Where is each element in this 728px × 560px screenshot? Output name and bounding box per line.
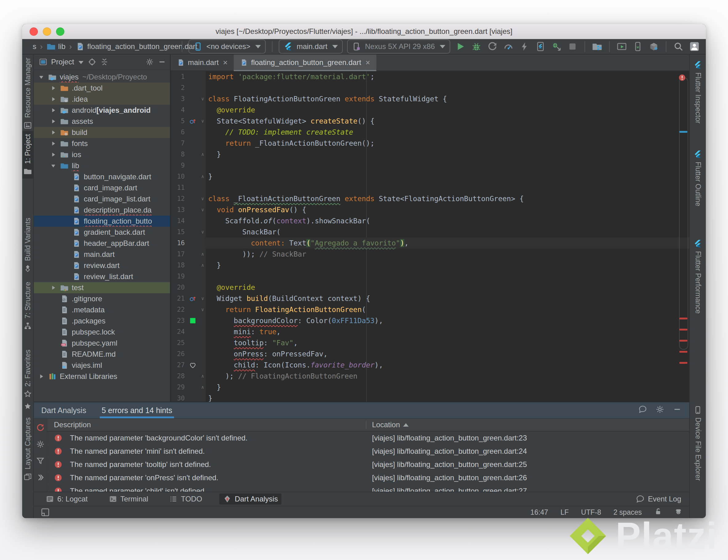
tree-item[interactable]: YMLpubspec.yaml — [34, 338, 170, 349]
code-line[interactable]: 4 @override — [171, 104, 689, 116]
run-button[interactable] — [454, 41, 466, 52]
error-stripe-mark[interactable] — [679, 329, 687, 331]
profile-button[interactable] — [486, 41, 498, 52]
stripe-item-7-structure[interactable]: 7: Structure — [22, 279, 33, 333]
code-line[interactable]: 21∨ Widget build(BuildContext context) { — [171, 293, 689, 304]
target-device-selector[interactable]: Nexus 5X API 29 x86 — [347, 39, 450, 54]
fold-marker[interactable]: ∧ — [200, 149, 206, 160]
minimize-window-button[interactable] — [43, 27, 51, 36]
toolwindow-tab-6-logcat[interactable]: 6: Logcat — [42, 493, 92, 505]
code-line[interactable]: 11 — [171, 182, 689, 193]
analysis-row[interactable]: The named parameter 'tooltip' isn't defi… — [47, 458, 689, 471]
code-line[interactable]: 28∧ ); // FloatingActionButtonGreen — [171, 371, 689, 382]
error-stripe-mark[interactable] — [679, 318, 687, 319]
sync-project-button[interactable] — [591, 41, 603, 52]
fold-marker[interactable]: ∨ — [200, 293, 206, 304]
code-line[interactable]: 29∧ } — [171, 382, 689, 393]
analysis-errors-tab[interactable]: 5 errors and 14 hints — [100, 402, 174, 418]
tree-item[interactable]: .dart_tool — [34, 83, 170, 94]
toolwindow-tab-event-log[interactable]: Event Log — [636, 494, 681, 504]
tree-item[interactable]: .packages — [34, 315, 170, 327]
code-line[interactable]: 5∨ State<StatefulWidget> createState() { — [171, 116, 689, 127]
analysis-bubble-button[interactable] — [638, 405, 647, 416]
analysis-row[interactable]: The named parameter 'backgroundColor' is… — [47, 432, 689, 445]
toolwindow-toggle-icon[interactable] — [41, 508, 50, 517]
tree-arrow[interactable] — [50, 150, 60, 159]
gutter-mark[interactable] — [186, 359, 200, 371]
caret-position[interactable]: 16:47 — [530, 508, 548, 517]
code-line[interactable]: 24 mini: true, — [171, 326, 689, 337]
search-everywhere-button[interactable] — [673, 41, 684, 52]
locate-file-button[interactable] — [88, 58, 96, 66]
panel-settings-button[interactable] — [145, 58, 154, 66]
stripe-item-star[interactable] — [22, 399, 33, 414]
fold-marker[interactable]: ∧ — [200, 249, 206, 260]
tree-arrow[interactable] — [50, 84, 60, 92]
tree-arrow[interactable] — [38, 372, 48, 381]
error-stripe-mark[interactable] — [679, 362, 687, 364]
stripe-item-layout-captures[interactable]: Layout Captures — [22, 414, 33, 484]
hide-panel-button[interactable] — [158, 58, 166, 66]
flutter-hot-reload-button[interactable] — [535, 41, 546, 52]
tree-item[interactable]: header_appBar.dart — [34, 238, 170, 249]
fold-marker[interactable]: ∨ — [200, 304, 206, 315]
zoom-window-button[interactable] — [56, 27, 64, 36]
fold-marker[interactable]: ∧ — [200, 171, 206, 182]
close-tab-icon[interactable]: × — [365, 58, 370, 67]
stripe-item-flutter-performance[interactable]: Flutter Performance — [690, 236, 706, 317]
todo-stripe-mark[interactable] — [679, 131, 687, 133]
analysis-row[interactable]: The named parameter 'mini' isn't defined… — [47, 445, 689, 458]
close-window-button[interactable] — [30, 27, 38, 36]
tree-item[interactable]: assets — [34, 116, 170, 127]
tree-item[interactable]: External Libraries — [34, 371, 170, 382]
tree-item[interactable]: pubspec.lock — [34, 327, 170, 338]
analysis-filter-button[interactable] — [36, 456, 45, 467]
tree-item[interactable]: test — [34, 282, 170, 293]
code-area[interactable]: 1import 'package:flutter/material.dart';… — [171, 71, 689, 402]
stripe-item-device-file-explorer[interactable]: Device File Explorer — [690, 403, 706, 484]
tree-item[interactable]: card_image.dart — [34, 182, 170, 193]
editor-tab[interactable]: floating_action_button_green.dart× — [234, 55, 376, 71]
code-line[interactable]: 3∨class FloatingActionButtonGreen extend… — [171, 93, 689, 104]
file-errors-indicator[interactable] — [678, 74, 686, 83]
fold-marker[interactable]: ∧ — [200, 371, 206, 382]
code-line[interactable]: 25 tooltip: "Fav", — [171, 337, 689, 348]
fold-marker[interactable]: ∨ — [200, 93, 206, 104]
gutter-mark[interactable] — [186, 315, 200, 326]
tree-arrow[interactable] — [50, 106, 60, 115]
analysis-refresh-red-button[interactable] — [36, 423, 45, 433]
sdk-manager-button[interactable] — [648, 41, 660, 52]
tree-item[interactable]: .gitignore — [34, 293, 170, 304]
analysis-chevrons-button[interactable] — [36, 473, 45, 483]
tree-arrow[interactable] — [50, 95, 60, 103]
fold-marker[interactable]: ∧ — [200, 260, 206, 271]
tree-item[interactable]: .metadata — [34, 304, 170, 315]
code-line[interactable]: 7 return _FloatinActionButtonGreen(); — [171, 138, 689, 149]
avd-manager-button[interactable] — [616, 41, 628, 52]
stripe-item-flutter-outline[interactable]: Flutter Outline — [690, 147, 706, 209]
breadcrumb-item[interactable]: s — [33, 42, 36, 51]
error-stripe-mark[interactable] — [679, 351, 687, 353]
tree-item[interactable]: viajes~/Desktop/Proyecto — [34, 71, 170, 83]
code-line[interactable]: 14 Scaffold.of(context).showSnackBar( — [171, 215, 689, 226]
code-line[interactable]: 6 // TODO: implement createState — [171, 127, 689, 138]
code-line[interactable]: 27 child: Icon(Icons.favorite_border), — [171, 359, 689, 371]
code-line[interactable]: 20 @override — [171, 282, 689, 293]
analysis-gear-button[interactable] — [655, 405, 665, 416]
code-line[interactable]: 18∧ } — [171, 260, 689, 271]
tree-item[interactable]: lib — [34, 160, 170, 171]
analysis-row[interactable]: The named parameter 'child' isn't define… — [47, 485, 689, 492]
code-line[interactable]: 22∨ return FloatingActionButtonGreen( — [171, 304, 689, 315]
fold-marker[interactable]: ∨ — [200, 116, 206, 127]
code-line[interactable]: 13∨ void onPressedFav() { — [171, 204, 689, 215]
code-line[interactable]: 8∧ } — [171, 149, 689, 160]
tree-item[interactable]: ios — [34, 149, 170, 160]
stripe-item-build-variants[interactable]: Build Variants — [22, 215, 33, 276]
code-line[interactable]: 19 — [171, 271, 689, 282]
fold-marker[interactable]: ∧ — [200, 382, 206, 393]
code-line[interactable]: 23 backgroundColor: Color(0xFF11Da53), — [171, 315, 689, 326]
breadcrumb-item[interactable]: lib — [47, 42, 66, 51]
tree-arrow[interactable] — [50, 117, 60, 126]
project-view-selector[interactable]: Project — [51, 58, 74, 66]
fold-marker[interactable]: ∨ — [200, 226, 206, 237]
